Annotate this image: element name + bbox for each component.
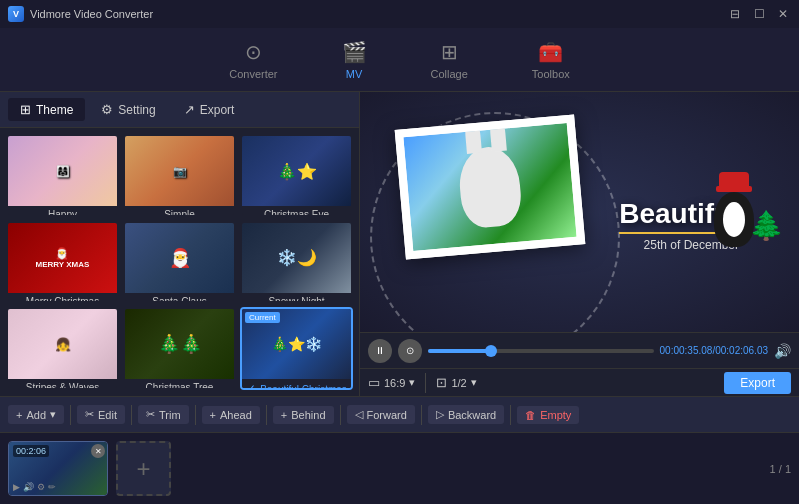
page-dropdown-icon: ▾ [471,376,477,389]
preview-photo-inner [403,123,576,251]
clip-edit-icon[interactable]: ✏ [48,482,56,492]
sep-1 [70,405,71,425]
progress-track[interactable] [428,349,654,353]
sep-7 [510,405,511,425]
app-icon: V [8,6,24,22]
separator-1 [425,373,426,393]
preview-area: Beautiful 25th of December 🌲 [360,92,799,332]
maximize-button[interactable]: ☐ [751,6,767,22]
theme-grid: 👩‍👩‍👧 Happy 📷 Simple 🎄⭐ [0,128,359,396]
minimize-button[interactable]: ⊟ [727,6,743,22]
theme-santa-claus[interactable]: 🎅 Santa Claus [123,221,236,304]
theme-snowy-night-label: Snowy Night [242,293,351,304]
add-clip-button[interactable]: + [116,441,171,496]
theme-christmas-tree[interactable]: 🎄🎄 Christmas Tree [123,307,236,390]
clip-duration: 00:2:06 [13,445,49,457]
clip-play-icon[interactable]: ▶ [13,482,20,492]
sep-2 [131,405,132,425]
theme-simple[interactable]: 📷 Simple [123,134,236,217]
ahead-button[interactable]: + Ahead [202,406,260,424]
add-dropdown-icon: ▾ [50,408,56,421]
nav-toolbox[interactable]: 🧰 Toolbox [520,34,582,86]
theme-merry-christmas-label: Merry Christmas [8,293,117,304]
backward-button[interactable]: ▷ Backward [428,405,504,424]
theme-stripes-waves-label: Stripes & Waves [8,379,117,390]
theme-happy-thumb: 👩‍👩‍👧 [8,136,117,206]
backward-icon: ▷ [436,408,444,421]
page-selector[interactable]: ⊡ 1/2 ▾ [436,375,476,390]
preview-photo-frame [395,114,586,259]
sep-5 [340,405,341,425]
theme-stripes-waves[interactable]: 👧 Stripes & Waves [6,307,119,390]
nav-mv[interactable]: 🎬 MV [330,34,379,86]
trim-icon: ✂ [146,408,155,421]
penguin-hat [719,172,749,192]
collage-icon: ⊞ [441,40,458,64]
theme-christmas-eve[interactable]: 🎄⭐ Christmas Eve [240,134,353,217]
ratio-selector[interactable]: ▭ 16:9 ▾ [368,375,415,390]
theme-beautiful-christmas-thumb: Current 🎄⭐❄️ [242,309,351,379]
toolbox-icon: 🧰 [538,40,563,64]
check-icon: ✓ [246,382,256,390]
panel-tabs: ⊞ Theme ⚙ Setting ↗ Export [0,92,359,128]
empty-button[interactable]: 🗑 Empty [517,406,579,424]
pause-button[interactable]: ⏸ [368,339,392,363]
clip-controls: ▶ 🔊 ⚙ ✏ [13,482,56,492]
ratio-icon: ▭ [368,375,380,390]
clip-close-button[interactable]: ✕ [91,444,105,458]
nav-mv-label: MV [346,68,363,80]
page-indicator: 1 / 1 [770,463,791,475]
theme-stripes-waves-thumb: 👧 [8,309,117,379]
nav-collage[interactable]: ⊞ Collage [419,34,480,86]
nav-converter-label: Converter [229,68,277,80]
tab-setting[interactable]: ⚙ Setting [89,98,167,121]
timeline-clip[interactable]: 00:2:06 ✕ ▶ 🔊 ⚙ ✏ [8,441,108,496]
forward-icon: ◁ [355,408,363,421]
setting-tab-icon: ⚙ [101,102,113,117]
close-button[interactable]: ✕ [775,6,791,22]
theme-happy[interactable]: 👩‍👩‍👧 Happy [6,134,119,217]
empty-icon: 🗑 [525,409,536,421]
page-icon: ⊡ [436,375,447,390]
theme-simple-thumb: 📷 [125,136,234,206]
current-badge: Current [245,312,280,323]
sep-3 [195,405,196,425]
penguin-tummy [723,202,745,237]
theme-snowy-night[interactable]: ❄️🌙 Snowy Night [240,221,353,304]
behind-icon: + [281,409,287,421]
edit-icon: ✂ [85,408,94,421]
progress-thumb [485,345,497,357]
page-value: 1/2 [451,377,466,389]
theme-merry-christmas[interactable]: 🎅 MERRY XMAS Merry Christmas [6,221,119,304]
clip-settings-icon[interactable]: ⚙ [37,482,45,492]
add-button[interactable]: + Add ▾ [8,405,64,424]
behind-button[interactable]: + Behind [273,406,334,424]
clip-audio-icon[interactable]: 🔊 [23,482,34,492]
nav-converter[interactable]: ⊙ Converter [217,34,289,86]
edit-button[interactable]: ✂ Edit [77,405,125,424]
app-title: Vidmore Video Converter [30,8,153,20]
theme-christmas-eve-thumb: 🎄⭐ [242,136,351,206]
theme-santa-claus-thumb: 🎅 [125,223,234,293]
stop-button[interactable]: ⊙ [398,339,422,363]
left-panel: ⊞ Theme ⚙ Setting ↗ Export [0,92,360,396]
time-display: 00:00:35.08/00:02:06.03 [660,345,768,356]
theme-santa-claus-label: Santa Claus [125,293,234,304]
tab-export[interactable]: ↗ Export [172,98,247,121]
middle-area: ⊞ Theme ⚙ Setting ↗ Export [0,92,799,396]
bunny-shape [457,145,524,230]
ratio-value: 16:9 [384,377,405,389]
nav-toolbox-label: Toolbox [532,68,570,80]
trim-button[interactable]: ✂ Trim [138,405,189,424]
add-icon: + [16,409,22,421]
forward-button[interactable]: ◁ Forward [347,405,415,424]
export-tab-icon: ↗ [184,102,195,117]
theme-snowy-night-thumb: ❄️🌙 [242,223,351,293]
progress-fill [428,349,491,353]
tab-theme[interactable]: ⊞ Theme [8,98,85,121]
theme-tab-icon: ⊞ [20,102,31,117]
export-button[interactable]: Export [724,372,791,394]
volume-icon[interactable]: 🔊 [774,343,791,359]
export-tab-label: Export [200,103,235,117]
theme-beautiful-christmas[interactable]: Current 🎄⭐❄️ ✓ Beautiful Christmas [240,307,353,390]
